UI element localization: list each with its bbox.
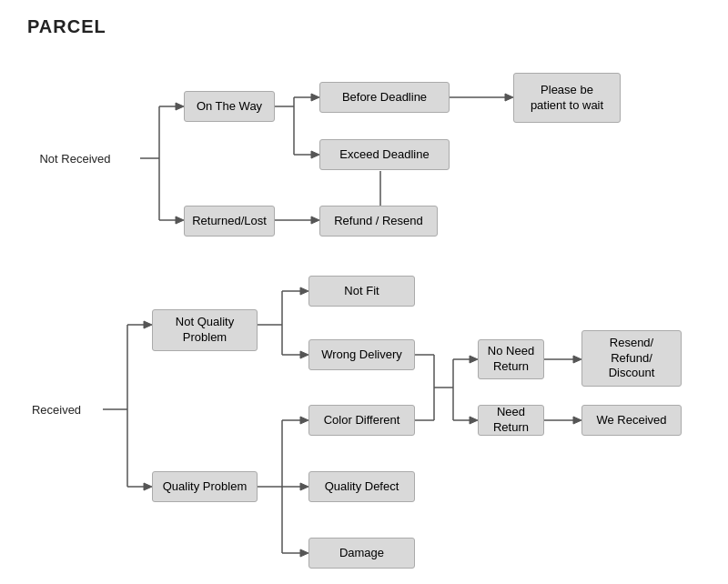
svg-marker-13 — [505, 94, 513, 101]
received-node: Received — [9, 394, 104, 426]
resend-refund-discount-node: Resend/ Refund/ Discount — [581, 330, 682, 387]
svg-marker-35 — [300, 483, 308, 490]
svg-marker-21 — [144, 321, 152, 328]
svg-marker-29 — [300, 351, 308, 358]
no-need-return-node: No Need Return — [478, 339, 544, 379]
damage-node: Damage — [308, 538, 415, 569]
refund-resend-upper-node: Refund / Resend — [319, 206, 438, 237]
svg-marker-9 — [311, 94, 319, 101]
not-quality-problem-node: Not Quality Problem — [152, 309, 258, 351]
svg-marker-33 — [300, 417, 308, 424]
svg-marker-11 — [311, 151, 319, 158]
not-fit-node: Not Fit — [308, 276, 415, 307]
svg-marker-44 — [470, 356, 478, 363]
quality-problem-node: Quality Problem — [152, 471, 258, 502]
on-the-way-node: On The Way — [184, 91, 275, 122]
svg-marker-3 — [176, 103, 184, 110]
svg-marker-50 — [573, 417, 581, 424]
color-different-node: Color Different — [308, 405, 415, 436]
we-received-node: We Received — [581, 405, 682, 436]
exceed-deadline-node: Exceed Deadline — [319, 139, 450, 170]
wrong-delivery-node: Wrong Delivery — [308, 339, 415, 370]
svg-marker-23 — [144, 483, 152, 490]
svg-marker-37 — [300, 549, 308, 557]
need-return-node: Need Return — [478, 405, 544, 436]
svg-marker-48 — [573, 356, 581, 363]
quality-defect-node: Quality Defect — [308, 471, 415, 502]
svg-marker-46 — [470, 417, 478, 424]
svg-marker-5 — [176, 216, 184, 224]
please-be-patient-node: Please be patient to wait — [513, 73, 621, 123]
returned-lost-node: Returned/Lost — [184, 206, 275, 237]
page-title: PARCEL — [27, 16, 106, 37]
not-received-node: Not Received — [9, 143, 141, 175]
svg-marker-17 — [311, 216, 319, 224]
before-deadline-node: Before Deadline — [319, 82, 450, 113]
svg-marker-27 — [300, 287, 308, 295]
